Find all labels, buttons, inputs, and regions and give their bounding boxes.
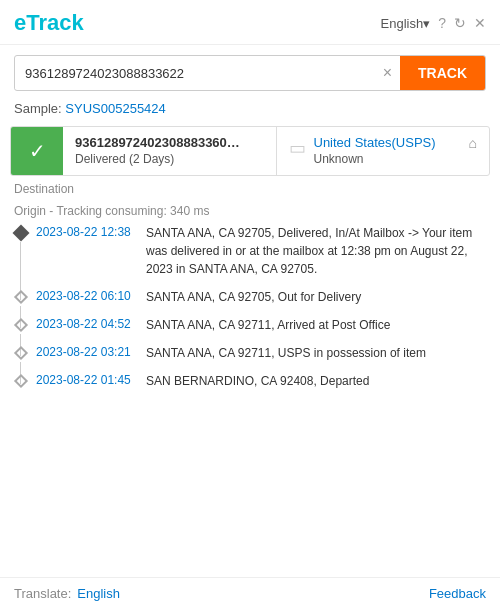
- timeline-dot: [14, 224, 28, 239]
- timeline: 2023-08-22 12:38SANTA ANA, CA 92705, Del…: [0, 220, 500, 410]
- timeline-item: 2023-08-22 01:45SAN BERNARDINO, CA 92408…: [14, 372, 486, 390]
- track-button[interactable]: TRACK: [400, 56, 485, 90]
- timeline-item: 2023-08-22 04:52SANTA ANA, CA 92711, Arr…: [14, 316, 486, 334]
- sample-line: Sample: SYUS005255424: [0, 101, 500, 126]
- carrier-info: United States(USPS) Unknown: [314, 135, 461, 166]
- timeline-dot: [14, 344, 28, 358]
- lang-label: English: [381, 16, 424, 31]
- refresh-icon[interactable]: ↻: [454, 15, 466, 31]
- event-desc: SAN BERNARDINO, CA 92408, Departed: [146, 372, 486, 390]
- clear-icon[interactable]: ×: [375, 64, 400, 82]
- delivered-checkmark: ✓: [29, 139, 46, 163]
- carrier-name[interactable]: United States(USPS): [314, 135, 461, 150]
- feedback-link[interactable]: Feedback: [429, 586, 486, 601]
- sample-label: Sample:: [14, 101, 62, 116]
- result-card: ✓ 936128972402308883360… Delivered (2 Da…: [10, 126, 490, 176]
- carrier-flag-icon: ▭: [289, 137, 306, 159]
- header: eTrack English▾ ? ↻ ✕: [0, 0, 500, 45]
- timeline-dot: [14, 372, 28, 386]
- delivery-status: Delivered (2 Days): [75, 152, 264, 166]
- logo: eTrack: [14, 10, 84, 36]
- timeline-dot: [14, 288, 28, 302]
- search-bar: × TRACK: [14, 55, 486, 91]
- event-desc: SANTA ANA, CA 92711, USPS in possession …: [146, 344, 486, 362]
- result-carrier: ▭ United States(USPS) Unknown ⌂: [277, 127, 490, 175]
- language-selector[interactable]: English▾: [381, 16, 431, 31]
- footer-language[interactable]: English: [77, 586, 120, 601]
- logo-e: e: [14, 10, 26, 35]
- tracking-number-short: 936128972402308883360…: [75, 135, 264, 150]
- search-input[interactable]: [15, 58, 375, 89]
- home-icon[interactable]: ⌂: [469, 135, 477, 151]
- timeline-item: 2023-08-22 12:38SANTA ANA, CA 92705, Del…: [14, 224, 486, 278]
- event-date: 2023-08-22 04:52: [28, 316, 146, 331]
- event-date: 2023-08-22 03:21: [28, 344, 146, 359]
- event-date: 2023-08-22 06:10: [28, 288, 146, 303]
- timeline-item: 2023-08-22 06:10SANTA ANA, CA 92705, Out…: [14, 288, 486, 306]
- footer: Translate: English Feedback: [0, 577, 500, 609]
- result-status-box: ✓: [11, 127, 63, 175]
- help-icon[interactable]: ?: [438, 15, 446, 31]
- event-desc: SANTA ANA, CA 92705, Out for Delivery: [146, 288, 486, 306]
- event-desc: SANTA ANA, CA 92711, Arrived at Post Off…: [146, 316, 486, 334]
- sample-link[interactable]: SYUS005255424: [65, 101, 165, 116]
- main-content: ✓ 936128972402308883360… Delivered (2 Da…: [0, 126, 500, 450]
- header-right: English▾ ? ↻ ✕: [381, 15, 486, 31]
- logo-track: Track: [26, 10, 84, 35]
- event-date: 2023-08-22 01:45: [28, 372, 146, 387]
- destination-label: Destination: [0, 176, 500, 198]
- origin-label: Origin - Tracking consuming: 340 ms: [0, 198, 500, 220]
- result-info: 936128972402308883360… Delivered (2 Days…: [63, 127, 277, 175]
- event-date: 2023-08-22 12:38: [28, 224, 146, 239]
- result-header: ✓ 936128972402308883360… Delivered (2 Da…: [11, 127, 489, 175]
- close-icon[interactable]: ✕: [474, 15, 486, 31]
- footer-left: Translate: English: [14, 586, 120, 601]
- lang-arrow: ▾: [423, 16, 430, 31]
- timeline-dot: [14, 316, 28, 330]
- translate-label: Translate:: [14, 586, 71, 601]
- carrier-status: Unknown: [314, 152, 461, 166]
- timeline-item: 2023-08-22 03:21SANTA ANA, CA 92711, USP…: [14, 344, 486, 362]
- event-desc: SANTA ANA, CA 92705, Delivered, In/At Ma…: [146, 224, 486, 278]
